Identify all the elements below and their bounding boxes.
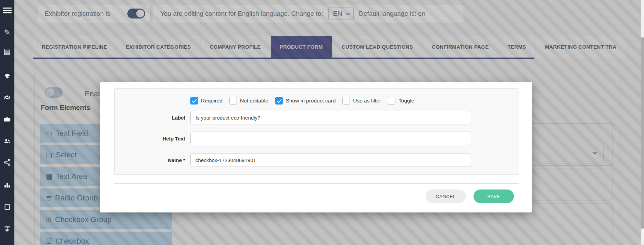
checkbox-icon	[275, 97, 283, 105]
chevron-down-icon	[593, 150, 597, 154]
checkbox-label: Toggle	[399, 98, 414, 104]
toggle-knob	[136, 10, 144, 17]
tab-confirmation-page[interactable]: CONFIRMATION PAGE	[423, 36, 497, 58]
use-as-filter-checkbox[interactable]: Use as filter	[342, 97, 381, 105]
scrollbar-thumb[interactable]	[641, 37, 644, 229]
save-button[interactable]: SAVE	[473, 189, 514, 203]
name-field-row: Name *	[115, 153, 519, 167]
tab-company-profile[interactable]: COMPANY PROFILE	[201, 36, 270, 58]
exhibitor-registration-card: Exhibitor registration is	[38, 4, 151, 23]
visitors-icon[interactable]	[0, 134, 14, 149]
textarea-icon: ▦	[46, 172, 52, 181]
help-text-field-row: Help Text	[115, 132, 519, 145]
help-text-input[interactable]	[190, 132, 471, 145]
select-icon: ▤	[46, 151, 52, 159]
field-settings-panel: Required Not editable Show in product ca…	[114, 88, 519, 175]
name-field-label: Name *	[117, 157, 185, 163]
team-icon[interactable]	[0, 90, 14, 105]
not-editable-checkbox[interactable]: Not editable	[229, 97, 268, 105]
menu-icon-bars	[3, 6, 12, 15]
field-settings-modal: Required Not editable Show in product ca…	[100, 82, 532, 212]
checkbox-icon	[388, 97, 395, 105]
stand-icon[interactable]	[0, 221, 14, 236]
language-select-value: EN	[333, 10, 342, 17]
radio-group-icon: ≣	[46, 194, 52, 202]
show-in-product-card-checkbox[interactable]: Show in product card	[275, 97, 336, 105]
tab-exhibitor-categories[interactable]: EXHIBITOR CATEGORIES	[117, 36, 200, 58]
checkbox-label: Not editable	[240, 98, 268, 104]
chevron-down-icon	[346, 11, 350, 15]
checkbox-icon: ☑	[46, 237, 52, 245]
checkbox-icon	[229, 97, 237, 105]
label-input[interactable]	[190, 111, 471, 124]
field-options-row: Required Not editable Show in product ca…	[190, 97, 414, 105]
checkbox-group-icon: ⊞	[46, 216, 52, 224]
modal-footer-divider	[114, 183, 519, 184]
briefcase-icon[interactable]	[0, 112, 14, 127]
analytics-icon[interactable]	[0, 177, 14, 193]
form-element-checkbox-group[interactable]: ⊞ Checkbox Group	[40, 210, 172, 229]
editing-language-text: You are editing content for English lang…	[160, 10, 323, 17]
form-element-label: Text Area	[56, 172, 87, 181]
tab-marketing-content-translations[interactable]: MARKETING CONTENT TRA	[536, 36, 626, 58]
checkbox-label: Show in product card	[286, 98, 336, 104]
tab-product-form[interactable]: PRODUCT FORM	[271, 36, 332, 58]
sidebar: ✎ ▤	[0, 0, 14, 245]
scrollbar[interactable]	[641, 0, 644, 245]
name-input[interactable]	[190, 153, 471, 167]
language-card: You are editing content for English lang…	[153, 4, 464, 23]
exhibitor-registration-label: Exhibitor registration is	[45, 10, 110, 17]
toggle-knob	[46, 88, 54, 97]
default-language-text: Default language is: en	[359, 10, 425, 17]
checkbox-label: Use as filter	[353, 98, 381, 104]
checkbox-label: Required	[201, 98, 223, 104]
tab-bar: REGISTRATION PIPELINE EXHIBITOR CATEGORI…	[33, 36, 625, 58]
form-element-label: Select	[56, 150, 77, 159]
enable-toggle[interactable]	[45, 87, 63, 98]
form-element-label: Checkbox	[55, 237, 89, 245]
registration-toggle[interactable]	[127, 9, 145, 19]
required-checkbox[interactable]: Required	[190, 97, 223, 105]
language-select[interactable]: EN	[328, 8, 354, 20]
label-field-row: Label	[115, 111, 519, 124]
tab-custom-lead-questions[interactable]: CUSTOM LEAD QUESTIONS	[333, 36, 422, 58]
edit-icon[interactable]: ✎	[0, 25, 14, 40]
tablet-icon[interactable]	[0, 199, 14, 215]
checkbox-icon	[342, 97, 350, 105]
form-element-label: Radio Group	[55, 194, 98, 203]
toggle-checkbox[interactable]: Toggle	[388, 97, 414, 105]
form-list-icon[interactable]: ▤	[0, 44, 14, 59]
label-field-label: Label	[117, 115, 185, 121]
help-text-field-label: Help Text	[117, 136, 185, 142]
tab-underline	[33, 58, 534, 59]
form-element-checkbox[interactable]: ☑ Checkbox	[40, 232, 172, 245]
share-icon[interactable]	[0, 155, 14, 170]
text-field-icon: ▭	[46, 129, 52, 137]
cancel-button[interactable]: CANCEL	[426, 189, 466, 203]
tab-registration-pipeline[interactable]: REGISTRATION PIPELINE	[33, 36, 116, 58]
form-element-label: Text Field	[56, 129, 88, 138]
menu-icon[interactable]	[0, 3, 14, 18]
tab-terms[interactable]: TERMS	[499, 36, 535, 58]
checkbox-icon	[190, 97, 198, 105]
form-elements-title: Form Elements	[41, 104, 90, 112]
handshake-icon[interactable]	[0, 69, 14, 84]
form-element-label: Checkbox Group	[55, 215, 112, 224]
